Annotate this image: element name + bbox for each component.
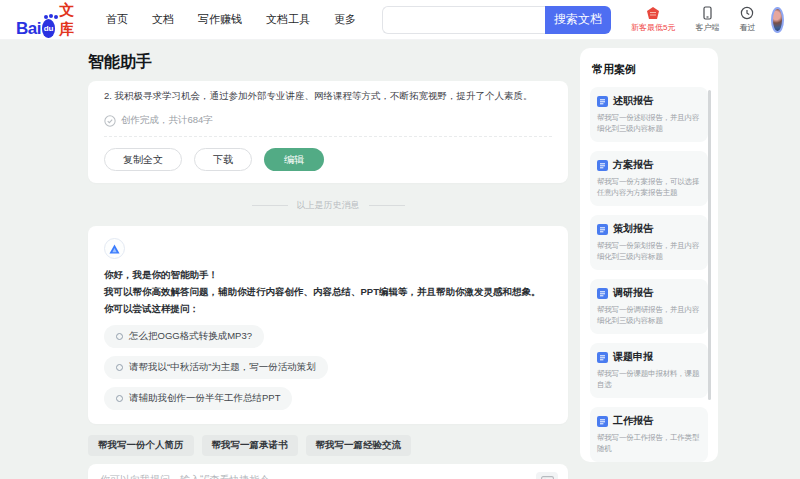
- case-title: 方案报告: [613, 158, 653, 172]
- common-cases-panel: 常用案例 述职报告 帮我写一份述职报告，并且内容细化到三级内容标题 方案报告 帮…: [580, 48, 718, 462]
- quick-chip-resume[interactable]: 帮我写一份个人简历: [88, 435, 194, 456]
- copy-all-button[interactable]: 复制全文: [104, 148, 182, 171]
- baidu-wenku-logo[interactable]: Bai du 文库: [16, 1, 80, 39]
- nav-item-more[interactable]: 更多: [334, 12, 356, 27]
- case-title: 课题申报: [613, 350, 653, 364]
- prompt-bullet-icon: [116, 395, 123, 402]
- image-icon: [541, 476, 554, 479]
- promo-label: 新客最低5元: [631, 22, 675, 33]
- case-desc: 帮我写一份策划报告，并且内容细化到三级内容标题: [597, 240, 701, 262]
- case-item-planning-report[interactable]: 策划报告 帮我写一份策划报告，并且内容细化到三级内容标题: [590, 215, 708, 270]
- nav-item-write-earn[interactable]: 写作赚钱: [198, 12, 242, 27]
- prompt-bullet-icon: [116, 364, 123, 371]
- client-entry[interactable]: 客户端: [695, 6, 719, 33]
- prompt-bullet-icon: [116, 333, 123, 340]
- phone-icon: [701, 6, 714, 20]
- case-desc: 帮我写一份调研报告，并且内容细化到三级内容标题: [597, 304, 701, 326]
- case-item-debriefing-report[interactable]: 述职报告 帮我写一份述职报告，并且内容细化到三级内容标题: [590, 87, 708, 142]
- page-title: 智能助手: [88, 52, 568, 73]
- edit-button[interactable]: 编辑: [264, 148, 324, 171]
- case-desc: 帮我写一份述职报告，并且内容细化到三级内容标题: [597, 112, 701, 134]
- baidu-paw-icon: du: [42, 19, 55, 38]
- quick-chips-row: 帮我写一份个人简历 帮我写一篇承诺书 帮我写一篇经验交流: [88, 435, 568, 456]
- suggestion-pill-ppt-summary[interactable]: 请辅助我创作一份半年工作总结PPT: [104, 387, 292, 410]
- viewed-label: 看过: [739, 22, 755, 33]
- generated-text-line: 2. 我积极寻求学习机会，通过参加外部专业讲座、网络课程等方式，不断拓宽视野，提…: [104, 90, 552, 103]
- document-icon: [597, 96, 608, 107]
- suggestion-row: 请帮我以“中秋活动”为主题，写一份活动策划: [104, 356, 552, 379]
- suggestion-text: 请辅助我创作一份半年工作总结PPT: [129, 392, 280, 405]
- status-text: 创作完成，共计684字: [121, 114, 213, 127]
- case-title: 述职报告: [613, 94, 653, 108]
- message-input[interactable]: [100, 473, 522, 479]
- sidebar-scrollbar[interactable]: [708, 90, 711, 400]
- promo-entry[interactable]: 新客最低5元: [631, 6, 675, 33]
- document-icon: [597, 352, 608, 363]
- document-icon: [597, 160, 608, 171]
- generation-status: 创作完成，共计684字: [104, 114, 552, 127]
- assistant-avatar: [104, 238, 125, 259]
- history-separator-label: 以上是历史消息: [297, 199, 360, 212]
- promo-icon: [645, 6, 661, 20]
- document-icon: [597, 416, 608, 427]
- assistant-logo-icon: [109, 244, 120, 254]
- case-title: 调研报告: [613, 286, 653, 300]
- logo-wenku-text: 文库: [59, 1, 80, 39]
- assistant-welcome-card: 你好，我是你的智能助手！ 我可以帮你高效解答问题，辅助你进行内容创作、内容总结、…: [88, 226, 568, 424]
- suggestion-pill-ogg-mp3[interactable]: 怎么把OGG格式转换成MP3?: [104, 325, 264, 348]
- card-divider: [104, 136, 552, 137]
- message-input-card: 0/400: [88, 464, 568, 479]
- suggestion-text: 请帮我以“中秋活动”为主题，写一份活动策划: [129, 361, 316, 374]
- common-cases-title: 常用案例: [592, 62, 708, 77]
- quick-chip-experience[interactable]: 帮我写一篇经验交流: [306, 435, 412, 456]
- generated-result-card: 2. 我积极寻求学习机会，通过参加外部专业讲座、网络课程等方式，不断拓宽视野，提…: [88, 81, 568, 183]
- assistant-page: 智能助手 2. 我积极寻求学习机会，通过参加外部专业讲座、网络课程等方式，不断拓…: [88, 42, 568, 479]
- suggestion-row: 怎么把OGG格式转换成MP3?: [104, 325, 552, 348]
- case-title: 工作报告: [613, 414, 653, 428]
- document-icon: [597, 288, 608, 299]
- assistant-intro: 我可以帮你高效解答问题，辅助你进行内容创作、内容总结、PPT编辑等，并且帮助你激…: [104, 283, 552, 300]
- history-separator: 以上是历史消息: [88, 199, 568, 212]
- check-circle-icon: [104, 115, 116, 127]
- suggestion-pill-mid-autumn[interactable]: 请帮我以“中秋活动”为主题，写一份活动策划: [104, 356, 328, 379]
- case-item-project-application[interactable]: 课题申报 帮我写一份课题申报材料，课题自选: [590, 343, 708, 398]
- user-avatar[interactable]: [771, 7, 784, 33]
- case-desc: 帮我写一份课题申报材料，课题自选: [597, 368, 701, 390]
- case-item-work-report[interactable]: 工作报告 帮我写一份工作报告，工作类型随机: [590, 407, 708, 462]
- separator-line-right: [369, 205, 405, 206]
- case-desc: 帮我写一份方案报告，可以选择任意内容为方案报告主题: [597, 176, 701, 198]
- image-upload-button[interactable]: [536, 472, 558, 479]
- logo-bai-text: Bai: [16, 19, 41, 39]
- nav-item-docs[interactable]: 文档: [152, 12, 174, 27]
- document-icon: [597, 224, 608, 235]
- case-desc: 帮我写一份工作报告，工作类型随机: [597, 432, 701, 454]
- search-bar: 搜索文档: [382, 6, 611, 34]
- case-title: 策划报告: [613, 222, 653, 236]
- separator-line-left: [252, 205, 288, 206]
- assistant-message: 你好，我是你的智能助手！ 我可以帮你高效解答问题，辅助你进行内容创作、内容总结、…: [104, 266, 552, 317]
- search-docs-button[interactable]: 搜索文档: [545, 6, 611, 34]
- case-item-research-report[interactable]: 调研报告 帮我写一份调研报告，并且内容细化到三级内容标题: [590, 279, 708, 334]
- result-actions: 复制全文 下载 编辑: [104, 148, 552, 171]
- assistant-greeting: 你好，我是你的智能助手！: [104, 266, 552, 283]
- suggestion-text: 怎么把OGG格式转换成MP3?: [129, 330, 252, 343]
- nav-item-home[interactable]: 首页: [106, 12, 128, 27]
- nav-item-doc-tools[interactable]: 文档工具: [266, 12, 310, 27]
- primary-nav: 首页 文档 写作赚钱 文档工具 更多: [106, 12, 356, 27]
- download-button[interactable]: 下载: [194, 148, 252, 171]
- assistant-try-label: 你可以尝试这样提问：: [104, 300, 552, 317]
- quick-chip-commitment[interactable]: 帮我写一篇承诺书: [202, 435, 298, 456]
- case-item-plan-report[interactable]: 方案报告 帮我写一份方案报告，可以选择任意内容为方案报告主题: [590, 151, 708, 206]
- clock-icon: [740, 6, 754, 20]
- client-label: 客户端: [695, 22, 719, 33]
- search-input[interactable]: [382, 6, 545, 34]
- viewed-entry[interactable]: 看过: [739, 6, 755, 33]
- top-nav: Bai du 文库 首页 文档 写作赚钱 文档工具 更多 搜索文档 新客最低5元…: [0, 0, 800, 40]
- suggestion-row: 请辅助我创作一份半年工作总结PPT: [104, 387, 552, 410]
